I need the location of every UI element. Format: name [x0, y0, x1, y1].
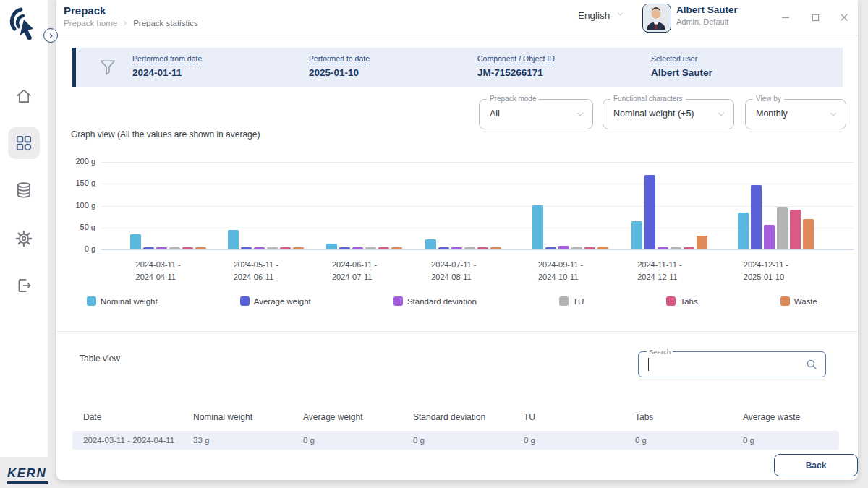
bar-tu — [169, 247, 180, 249]
table-cell: 0 g — [624, 431, 732, 450]
home-icon — [14, 87, 33, 106]
window-maximize-button[interactable] — [807, 10, 823, 25]
bar-tabs — [684, 247, 694, 249]
legend-label: Tabs — [680, 297, 697, 306]
back-button[interactable]: Back — [774, 454, 858, 476]
sidebar-item-settings[interactable] — [8, 223, 40, 254]
search-input[interactable] — [643, 354, 798, 374]
bar-group — [738, 185, 814, 249]
x-axis-label: 2024-06-11 -2024-07-11 — [332, 259, 377, 283]
bar-average-weight — [751, 185, 762, 249]
bar-group — [425, 239, 501, 249]
bar-nominal-weight — [631, 221, 642, 249]
sidebar-item-logout[interactable] — [8, 270, 40, 301]
gridline — [101, 162, 854, 163]
bar-waste — [391, 247, 402, 249]
y-tick-label: 100 g — [62, 201, 95, 210]
filter-icon — [98, 57, 118, 80]
search-icon[interactable] — [805, 358, 818, 374]
bar-tabs — [584, 247, 595, 249]
column-header-average-waste: Average waste — [732, 409, 839, 425]
legend-swatch — [240, 296, 250, 306]
legend-swatch — [780, 296, 790, 306]
bar-tabs — [182, 247, 193, 249]
bar-average-weight — [644, 175, 655, 249]
gridline — [101, 249, 854, 250]
chevron-down-icon — [575, 109, 585, 122]
table-cell: 33 g — [182, 431, 292, 450]
y-tick-label: 200 g — [62, 157, 95, 166]
sidebar-item-apps[interactable] — [8, 127, 40, 159]
minimize-icon — [781, 13, 790, 22]
table-cell: 0 g — [513, 431, 624, 450]
page-header: Prepack Prepack home Prepack statistics … — [56, 0, 858, 35]
text-caret — [648, 358, 649, 371]
column-header-tabs: Tabs — [624, 409, 732, 425]
table-search-field: Search — [638, 351, 826, 377]
bar-tabs — [477, 247, 488, 249]
bar-average-weight — [241, 247, 252, 249]
functional-characters-select[interactable]: Functional characters Nominal weight (+5… — [603, 99, 734, 129]
chevron-down-icon — [828, 109, 838, 122]
bar-tu — [365, 247, 376, 249]
y-tick-label: 0 g — [62, 244, 95, 253]
chart-legend: Nominal weightAverage weightStandard dev… — [87, 296, 817, 306]
legend-item-standard-deviation: Standard deviation — [393, 296, 477, 306]
bar-group — [532, 205, 608, 249]
view-by-select[interactable]: View by Monthly — [745, 99, 846, 129]
bar-waste — [195, 247, 206, 249]
sidebar-item-home[interactable] — [8, 80, 40, 112]
gear-icon — [14, 229, 33, 248]
language-selector[interactable]: English — [578, 9, 625, 21]
window-minimize-button[interactable] — [778, 10, 793, 25]
legend-label: Waste — [794, 297, 817, 306]
bar-standard-deviation — [764, 225, 775, 249]
table-cell: 0 g — [402, 431, 513, 450]
bar-tabs — [790, 210, 801, 249]
y-tick-label: 50 g — [62, 223, 95, 231]
bar-standard-deviation — [254, 247, 265, 249]
filter-component-object-id[interactable]: Component / Object ID JM-715266171 — [477, 54, 555, 78]
bar-tu — [464, 247, 475, 249]
bar-nominal-weight — [425, 239, 436, 249]
legend-swatch — [393, 296, 403, 306]
legend-item-nominal-weight: Nominal weight — [87, 296, 158, 306]
graph-view-title: Graph view (All the values are shown in … — [71, 129, 260, 140]
table-view-title: Table view — [80, 354, 120, 364]
sidebar-expand-button[interactable] — [43, 28, 58, 43]
legend-label: Standard deviation — [407, 297, 477, 306]
breadcrumb-parent[interactable]: Prepack home — [64, 19, 117, 27]
legend-label: TU — [573, 297, 584, 306]
bar-waste — [293, 247, 304, 249]
user-avatar[interactable] — [642, 4, 671, 33]
table-cell: 2024-03-11 - 2024-04-11 — [72, 431, 182, 450]
bar-tu — [267, 247, 278, 249]
x-axis-label: 2024-05-11 -2024-06-11 — [234, 259, 278, 283]
bar-nominal-weight — [228, 230, 239, 249]
filter-performed-to-date[interactable]: Performed to date 2025-01-10 — [309, 54, 370, 78]
logout-icon — [14, 276, 33, 295]
bar-nominal-weight — [130, 234, 141, 249]
filter-performed-from-date[interactable]: Performed from date 2024-01-11 — [132, 54, 202, 78]
legend-item-waste: Waste — [780, 296, 817, 306]
sidebar — [0, 0, 48, 457]
filter-selected-user[interactable]: Selected user Albert Sauter — [651, 54, 712, 78]
window-close-button[interactable] — [836, 10, 852, 25]
prepack-mode-select[interactable]: Prepack mode All — [479, 99, 593, 129]
table-row: 2024-03-11 - 2024-04-1133 g0 g0 g0 g0 g0… — [72, 431, 839, 450]
column-header-standard-deviation: Standard deviation — [402, 409, 513, 425]
bar-tu — [777, 207, 788, 249]
bar-group — [326, 244, 402, 249]
language-label: English — [578, 10, 610, 21]
chevron-down-icon — [716, 109, 726, 122]
statistics-table: DateNominal weightAverage weightStandard… — [72, 409, 839, 450]
sidebar-item-data[interactable] — [8, 174, 40, 206]
bar-waste — [597, 247, 608, 249]
x-axis-label: 2024-09-11 -2024-10-11 — [538, 259, 583, 283]
bar-standard-deviation — [352, 247, 363, 249]
user-role: Admin, Default — [676, 17, 728, 26]
column-header-nominal-weight: Nominal weight — [182, 409, 292, 425]
legend-swatch — [87, 296, 96, 306]
legend-label: Average weight — [254, 297, 311, 306]
x-axis-label: 2024-12-11 -2025-01-10 — [744, 259, 788, 283]
